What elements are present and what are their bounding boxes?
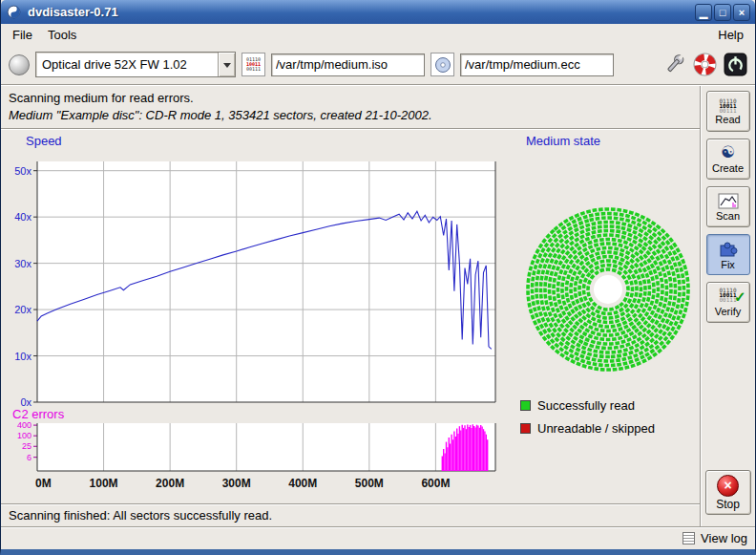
chart-region: Speed 0x10x20x30x40x50x C2 errors 625100… <box>1 130 700 503</box>
chart-column: Speed 0x10x20x30x40x50x C2 errors 625100… <box>1 132 516 503</box>
iso-path-input[interactable] <box>271 53 425 76</box>
svg-text:400M: 400M <box>288 477 317 490</box>
view-log-label: View log <box>701 531 747 545</box>
verify-check-icon: 01110 10011 00111 ✓ <box>719 288 736 305</box>
disc-visualization <box>524 205 692 374</box>
yin-yang-icon: ☯ <box>721 144 735 161</box>
verify-button-label: Verify <box>715 306 742 317</box>
read-button-label: Read <box>715 114 740 125</box>
scan-button[interactable]: Scan <box>706 186 750 227</box>
scan-result-status: Scanning finished: All sectors successfu… <box>1 505 700 525</box>
app-yinyang-icon <box>6 4 22 20</box>
svg-text:100M: 100M <box>90 477 118 490</box>
stop-button[interactable]: × Stop <box>705 470 751 515</box>
view-log-button[interactable]: View log <box>682 531 747 545</box>
x-axis-labels: 0M100M200M300M400M500M600M <box>1 475 516 491</box>
success-swatch-icon <box>520 400 531 411</box>
puzzle-piece-icon <box>717 239 740 258</box>
drive-selector[interactable]: Optical drive 52X FW 1.02 <box>35 52 236 77</box>
action-button-column: 01110 10011 00111 Read ☯ Create Scan <box>700 86 755 526</box>
svg-text:0M: 0M <box>35 477 52 490</box>
svg-text:40x: 40x <box>14 211 32 223</box>
chevron-down-icon[interactable] <box>218 53 235 76</box>
medium-state-legend: Successfully read Unreadable / skipped <box>520 398 700 436</box>
menu-file[interactable]: File <box>5 26 40 44</box>
c2-errors-chart: 625100400 <box>1 421 516 475</box>
window-title: dvdisaster-0.71 <box>28 5 693 19</box>
log-list-icon <box>682 532 695 544</box>
svg-text:10x: 10x <box>14 351 32 362</box>
scan-chart-icon <box>718 193 739 209</box>
create-button[interactable]: ☯ Create <box>706 139 750 180</box>
image-file-icon: 01110 10011 00111 <box>242 53 265 76</box>
drive-selector-value: Optical drive 52X FW 1.02 <box>36 57 218 72</box>
svg-text:400: 400 <box>17 421 32 430</box>
unreadable-swatch-icon <box>520 423 531 434</box>
operation-status-line1: Scanning medium for read errors. <box>9 91 700 105</box>
quit-power-icon[interactable] <box>723 53 747 77</box>
dvdisaster-logo-icon[interactable] <box>692 53 717 77</box>
legend-item-unreadable: Unreadable / skipped <box>520 421 700 436</box>
preferences-wrench-icon[interactable] <box>662 53 686 77</box>
title-bar[interactable]: dvdisaster-0.71 ▁ □ × <box>1 0 755 24</box>
medium-info-line: Medium "Example disc": CD-R mode 1, 3534… <box>9 108 700 122</box>
main-content: Scanning medium for read errors. Medium … <box>1 86 755 526</box>
svg-text:50x: 50x <box>14 165 32 177</box>
stop-button-label: Stop <box>716 498 740 511</box>
footer-bar: View log <box>1 526 755 549</box>
legend-success-label: Successfully read <box>537 398 635 413</box>
speed-chart: 0x10x20x30x40x50x <box>1 150 516 406</box>
read-button[interactable]: 01110 10011 00111 Read <box>706 91 750 132</box>
svg-text:6: 6 <box>27 453 32 462</box>
svg-text:200M: 200M <box>156 477 184 490</box>
minimize-button[interactable]: ▁ <box>695 4 712 21</box>
stop-x-icon: × <box>717 475 739 497</box>
c2-errors-label: C2 errors <box>12 407 516 421</box>
toolbar: Optical drive 52X FW 1.02 01110 10011 00… <box>1 45 755 84</box>
binary-read-icon: 01110 10011 00111 <box>719 98 736 113</box>
maximize-button[interactable]: □ <box>714 4 731 21</box>
medium-state-column: Medium state Successfully read Unreadabl… <box>516 132 700 503</box>
close-button[interactable]: × <box>733 4 750 21</box>
create-button-label: Create <box>712 162 744 174</box>
operation-status-area: Scanning medium for read errors. Medium … <box>1 86 700 128</box>
ecc-file-icon <box>430 53 454 76</box>
legend-unreadable-label: Unreadable / skipped <box>537 421 655 436</box>
medium-state-disc <box>524 205 692 374</box>
fix-button[interactable]: Fix <box>706 234 750 275</box>
menu-tools[interactable]: Tools <box>40 26 84 44</box>
scan-button-label: Scan <box>716 210 740 222</box>
svg-text:25: 25 <box>22 441 32 451</box>
svg-text:20x: 20x <box>14 304 32 315</box>
svg-text:0x: 0x <box>20 396 32 406</box>
svg-text:500M: 500M <box>355 477 384 490</box>
svg-text:100: 100 <box>17 431 32 440</box>
left-column: Scanning medium for read errors. Medium … <box>1 86 700 526</box>
verify-button[interactable]: 01110 10011 00111 ✓ Verify <box>706 282 750 323</box>
menu-help[interactable]: Help <box>710 26 751 44</box>
drive-icon <box>9 54 30 75</box>
fix-button-label: Fix <box>721 259 735 270</box>
svg-text:600M: 600M <box>421 477 450 490</box>
speed-chart-label: Speed <box>26 134 516 150</box>
svg-text:300M: 300M <box>222 477 251 490</box>
app-window: dvdisaster-0.71 ▁ □ × File Tools Help Op… <box>0 0 756 555</box>
ecc-path-input[interactable] <box>460 53 614 76</box>
svg-text:30x: 30x <box>14 258 32 269</box>
legend-item-success: Successfully read <box>520 398 700 413</box>
menu-bar: File Tools Help <box>1 24 755 45</box>
medium-state-label: Medium state <box>526 134 700 150</box>
